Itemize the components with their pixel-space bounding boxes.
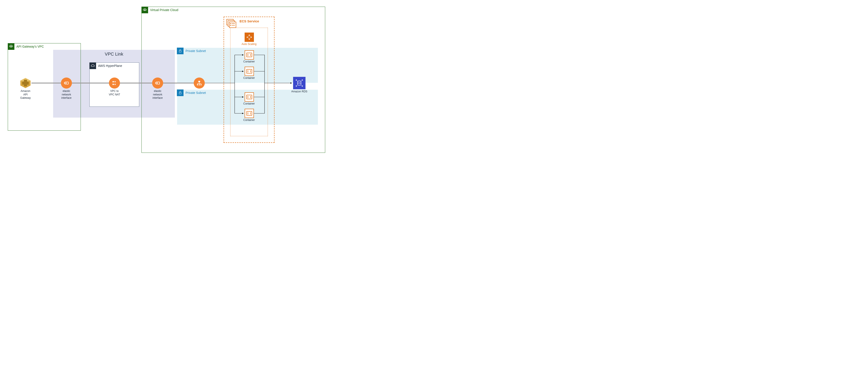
api-gateway-vpc-label: API Gateway's VPC [17,45,44,48]
svg-rect-15 [24,80,27,86]
svg-point-19 [113,84,114,85]
container-icon [245,92,254,101]
private-subnet-top-label: Private Subnet [186,49,206,53]
api-gateway-icon [20,77,31,89]
hyperplane-label: AWS HyperPlane [98,64,122,67]
eni-icon-left [61,78,72,89]
amazon-rds-label: Amazon RDS [288,90,310,93]
svg-rect-17 [65,83,67,84]
cloud-icon [89,62,96,69]
svg-point-31 [298,81,301,82]
svg-rect-22 [198,81,200,82]
container-label: Container [238,102,260,106]
svg-point-30 [200,84,202,86]
svg-rect-11 [248,36,250,38]
vpc-icon [142,7,148,13]
private-subnet-bottom-label: Private Subnet [186,91,206,94]
container-icon [245,109,254,118]
load-balancer-icon [194,78,205,89]
eni-label-right: elastic network interface [147,89,169,100]
svg-point-28 [197,84,198,86]
auto-scaling-icon [245,33,254,42]
svg-rect-2 [179,51,181,53]
vpc-nat-icon [109,78,120,89]
lock-icon [177,48,184,54]
vpc-icon [8,43,14,50]
eni-icon-right [152,78,163,89]
svg-rect-7 [230,23,231,24]
container-label: Container [238,118,260,122]
api-gateway-label: Amazon API Gateway [14,89,36,100]
container-icon [245,67,254,76]
svg-rect-8 [230,25,231,26]
auto-scaling-label: Auto Scaling [238,42,260,46]
customer-vpc-label: Virtual Private Cloud [150,8,178,12]
svg-point-18 [113,81,114,82]
svg-rect-21 [157,83,158,84]
amazon-rds-icon [293,77,306,89]
eni-label-left: elastic network interface [55,89,78,100]
lock-icon [177,89,184,96]
container-icon [245,50,254,60]
svg-rect-3 [179,93,181,94]
container-label: Container [238,60,260,64]
ecs-service-label: ECS Service [240,19,259,23]
container-label: Container [238,77,260,80]
svg-point-29 [199,84,200,86]
vpc-nat-label: VPC to VPC NAT [103,89,126,96]
